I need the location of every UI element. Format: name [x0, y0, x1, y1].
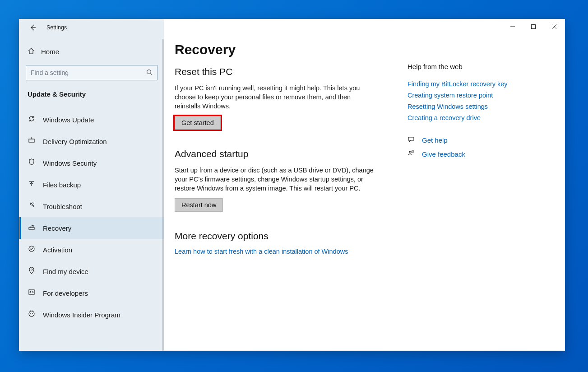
check-circle-icon [28, 245, 36, 254]
svg-point-11 [32, 313, 33, 314]
svg-point-6 [29, 246, 34, 251]
maximize-button[interactable] [523, 19, 544, 34]
sidebar: Settings Home Update & Security Windows … [19, 19, 164, 350]
recovery-icon [28, 223, 36, 232]
main-column: Recovery Reset this PC If your PC isn't … [164, 19, 407, 350]
settings-window: Settings Home Update & Security Windows … [19, 19, 565, 351]
sidebar-item-windows-security[interactable]: Windows Security [19, 152, 164, 174]
section-reset-this-pc: Reset this PC If your PC isn't running w… [175, 66, 397, 130]
wrench-icon [28, 202, 36, 211]
shield-icon [28, 158, 36, 167]
svg-line-2 [150, 73, 152, 75]
sidebar-item-label: Recovery [43, 224, 71, 232]
help-link-recovery-drive[interactable]: Creating a recovery drive [407, 114, 514, 121]
sidebar-item-label: Files backup [43, 181, 81, 189]
get-help-link[interactable]: Get help [407, 136, 514, 144]
back-button[interactable] [27, 21, 39, 34]
sidebar-nav: Windows Update Delivery Optimization Win… [19, 105, 164, 326]
advanced-description: Start up from a device or disc (such as … [175, 166, 377, 193]
get-help-label: Get help [422, 136, 448, 144]
advanced-heading: Advanced startup [175, 149, 397, 159]
sidebar-item-find-my-device[interactable]: Find my device [19, 260, 164, 282]
app-title: Settings [46, 24, 67, 31]
sidebar-section-label: Update & Security [19, 87, 164, 105]
home-label: Home [41, 48, 59, 56]
svg-point-1 [147, 70, 151, 74]
backup-icon [28, 180, 36, 189]
code-icon [28, 288, 36, 298]
home-icon [28, 47, 35, 56]
insider-icon [28, 310, 36, 319]
sidebar-item-label: Troubleshoot [43, 203, 82, 210]
more-heading: More recovery options [175, 231, 397, 242]
svg-point-7 [31, 269, 32, 270]
give-feedback-label: Give feedback [422, 150, 465, 158]
window-controls [502, 19, 565, 34]
sidebar-item-delivery-optimization[interactable]: Delivery Optimization [19, 130, 164, 152]
svg-point-10 [30, 313, 31, 314]
give-feedback-link[interactable]: Give feedback [407, 150, 514, 158]
restart-now-button[interactable]: Restart now [175, 198, 223, 212]
svg-point-16 [409, 151, 411, 153]
help-column: Help from the web Finding my BitLocker r… [407, 19, 523, 350]
help-link-reset-settings[interactable]: Resetting Windows settings [407, 103, 514, 110]
sidebar-item-label: Windows Security [43, 159, 97, 167]
search-container [26, 65, 157, 80]
sidebar-item-activation[interactable]: Activation [19, 239, 164, 260]
svg-rect-3 [29, 139, 34, 142]
sidebar-item-label: Find my device [43, 268, 88, 275]
search-box[interactable] [26, 65, 157, 80]
search-icon [146, 69, 153, 77]
reset-description: If your PC isn't running well, resetting… [175, 84, 377, 111]
location-icon [28, 267, 36, 276]
sidebar-item-label: Delivery Optimization [43, 138, 107, 145]
sync-icon [28, 115, 36, 124]
sidebar-home[interactable]: Home [19, 43, 164, 60]
help-link-bitlocker[interactable]: Finding my BitLocker recovery key [407, 80, 514, 88]
help-heading: Help from the web [407, 63, 514, 70]
sidebar-item-windows-insider[interactable]: Windows Insider Program [19, 304, 164, 326]
reset-heading: Reset this PC [175, 66, 397, 77]
sidebar-item-for-developers[interactable]: For developers [19, 282, 164, 304]
section-more-recovery: More recovery options Learn how to start… [175, 231, 397, 255]
chat-icon [407, 136, 416, 144]
titlebar-left: Settings [19, 19, 164, 36]
svg-rect-13 [532, 25, 536, 29]
feedback-icon [407, 150, 416, 158]
search-input[interactable] [31, 69, 146, 76]
sidebar-item-windows-update[interactable]: Windows Update [19, 109, 164, 130]
page-title: Recovery [175, 42, 397, 57]
close-button[interactable] [544, 19, 565, 34]
svg-rect-17 [412, 151, 414, 152]
sidebar-item-files-backup[interactable]: Files backup [19, 174, 164, 195]
delivery-icon [28, 137, 36, 146]
sidebar-item-label: For developers [43, 289, 88, 297]
sidebar-item-recovery[interactable]: Recovery [19, 217, 164, 239]
help-link-restorepoint[interactable]: Creating system restore point [407, 92, 514, 99]
sidebar-item-label: Windows Insider Program [43, 311, 120, 319]
minimize-button[interactable] [502, 19, 523, 34]
fresh-start-link[interactable]: Learn how to start fresh with a clean in… [175, 248, 397, 255]
get-started-button[interactable]: Get started [175, 116, 221, 130]
section-advanced-startup: Advanced startup Start up from a device … [175, 149, 397, 212]
sidebar-item-troubleshoot[interactable]: Troubleshoot [19, 195, 164, 217]
svg-rect-5 [29, 228, 34, 229]
svg-point-9 [29, 311, 34, 316]
sidebar-item-label: Activation [43, 246, 72, 254]
sidebar-item-label: Windows Update [43, 116, 94, 124]
content-area: Recovery Reset this PC If your PC isn't … [164, 19, 565, 350]
